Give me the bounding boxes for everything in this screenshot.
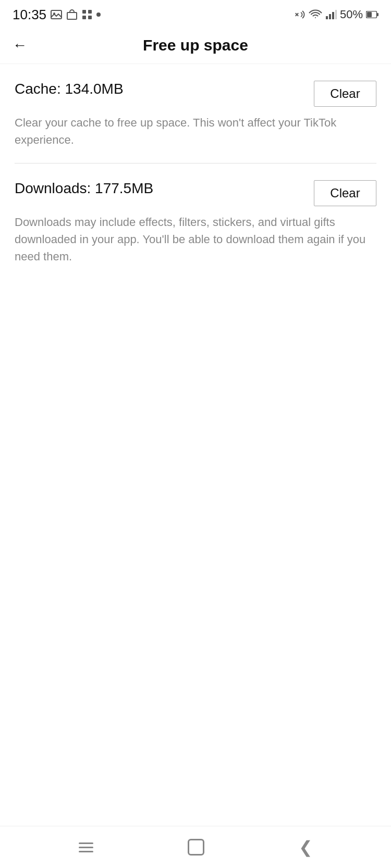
status-bar: 10:35 [0, 0, 391, 27]
svg-rect-2 [67, 12, 77, 19]
clear-cache-button[interactable]: Clear [314, 81, 376, 107]
clear-downloads-button[interactable]: Clear [314, 180, 376, 206]
bottom-nav: ❮ [0, 826, 391, 868]
svg-rect-3 [82, 10, 86, 14]
svg-rect-0 [51, 10, 62, 19]
battery-icon [366, 11, 378, 18]
downloads-section-row: Downloads: 177.5MB Clear [15, 180, 376, 206]
svg-rect-7 [326, 16, 328, 19]
wifi-icon [309, 9, 322, 20]
system-back-button[interactable]: ❮ [299, 839, 313, 856]
home-button[interactable] [188, 839, 204, 856]
svg-rect-5 [82, 16, 86, 19]
bar-1 [79, 842, 93, 844]
cache-title: Cache: 134.0MB [15, 81, 124, 97]
grid-icon [82, 9, 92, 20]
downloads-section: Downloads: 177.5MB Clear Downloads may i… [0, 163, 391, 280]
downloads-title: Downloads: 177.5MB [15, 180, 153, 197]
shopping-icon [66, 9, 78, 20]
svg-rect-4 [88, 10, 92, 14]
cache-section: Cache: 134.0MB Clear Clear your cache to… [0, 64, 391, 163]
downloads-description: Downloads may include effects, filters, … [15, 213, 376, 265]
svg-rect-10 [335, 10, 337, 19]
home-square-icon [188, 839, 204, 856]
content: Cache: 134.0MB Clear Clear your cache to… [0, 64, 391, 826]
signal-icon [325, 10, 337, 19]
dot-indicator [96, 12, 101, 17]
status-left: 10:35 [13, 7, 101, 23]
svg-rect-6 [88, 16, 92, 19]
battery-text: 50% [340, 8, 363, 21]
page-title: Free up space [143, 36, 248, 54]
mute-icon [294, 9, 306, 20]
cache-section-row: Cache: 134.0MB Clear [15, 81, 376, 107]
status-time: 10:35 [13, 7, 46, 23]
back-button[interactable]: ← [13, 37, 27, 54]
status-icons: 50% [294, 8, 378, 21]
cache-description: Clear your cache to free up space. This … [15, 114, 376, 148]
bar-2 [79, 847, 93, 848]
svg-rect-8 [329, 14, 331, 19]
image-notification-icon [51, 10, 62, 19]
recent-apps-button[interactable] [79, 842, 93, 852]
top-bar: ← Free up space [0, 27, 391, 64]
svg-rect-9 [332, 12, 334, 19]
svg-rect-13 [367, 12, 372, 17]
bar-3 [79, 851, 93, 852]
svg-rect-12 [377, 13, 378, 16]
